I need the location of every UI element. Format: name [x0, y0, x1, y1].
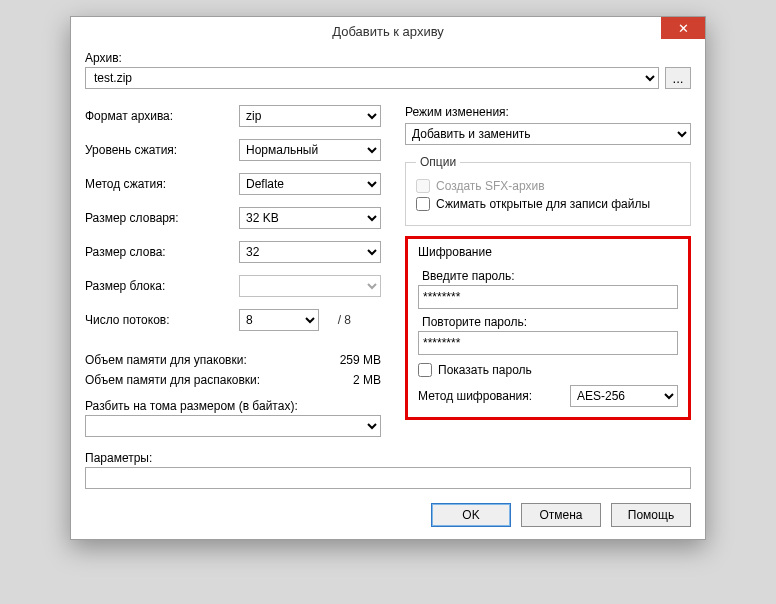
- window-title: Добавить к архиву: [71, 24, 705, 39]
- enc-method-label: Метод шифрования:: [418, 389, 560, 403]
- method-select[interactable]: Deflate: [239, 173, 381, 195]
- help-button[interactable]: Помощь: [611, 503, 691, 527]
- block-select[interactable]: [239, 275, 381, 297]
- params-label: Параметры:: [85, 451, 691, 465]
- mode-select[interactable]: Добавить и заменить: [405, 123, 691, 145]
- mem-unpack-label: Объем памяти для распаковки:: [85, 373, 321, 387]
- format-label: Формат архива:: [85, 109, 239, 123]
- dialog-window: Добавить к архиву ✕ Архив: test.zip ... …: [70, 16, 706, 540]
- shared-checkbox[interactable]: [416, 197, 430, 211]
- mem-pack-label: Объем памяти для упаковки:: [85, 353, 321, 367]
- password-repeat-input[interactable]: [418, 331, 678, 355]
- show-password-label: Показать пароль: [438, 363, 532, 377]
- shared-label: Сжимать открытые для записи файлы: [436, 197, 650, 211]
- threads-max: / 8: [319, 313, 351, 327]
- level-select[interactable]: Нормальный: [239, 139, 381, 161]
- threads-select[interactable]: 8: [239, 309, 319, 331]
- split-label: Разбить на тома размером (в байтах):: [85, 399, 381, 413]
- close-button[interactable]: ✕: [661, 17, 705, 39]
- mem-pack-value: 259 MB: [321, 353, 381, 367]
- sfx-label: Создать SFX-архив: [436, 179, 545, 193]
- browse-button[interactable]: ...: [665, 67, 691, 89]
- ok-button[interactable]: OK: [431, 503, 511, 527]
- options-legend: Опции: [416, 155, 460, 169]
- show-password-checkbox[interactable]: [418, 363, 432, 377]
- options-group: Опции Создать SFX-архив Сжимать открытые…: [405, 155, 691, 226]
- sfx-checkbox: [416, 179, 430, 193]
- block-label: Размер блока:: [85, 279, 239, 293]
- titlebar: Добавить к архиву ✕: [71, 17, 705, 45]
- mode-label: Режим изменения:: [405, 105, 691, 119]
- archive-label: Архив:: [85, 51, 691, 65]
- encryption-legend: Шифрование: [418, 239, 678, 263]
- archive-path-combo[interactable]: test.zip: [85, 67, 659, 89]
- method-label: Метод сжатия:: [85, 177, 239, 191]
- enc-method-select[interactable]: AES-256: [570, 385, 678, 407]
- threads-label: Число потоков:: [85, 313, 239, 327]
- dict-label: Размер словаря:: [85, 211, 239, 225]
- cancel-button[interactable]: Отмена: [521, 503, 601, 527]
- level-label: Уровень сжатия:: [85, 143, 239, 157]
- word-select[interactable]: 32: [239, 241, 381, 263]
- mem-unpack-value: 2 MB: [321, 373, 381, 387]
- split-combo[interactable]: [85, 415, 381, 437]
- password-input[interactable]: [418, 285, 678, 309]
- dict-select[interactable]: 32 KB: [239, 207, 381, 229]
- params-input[interactable]: [85, 467, 691, 489]
- password-repeat-label: Повторите пароль:: [422, 315, 678, 329]
- encryption-group: Шифрование Введите пароль: Повторите пар…: [405, 236, 691, 420]
- password-label: Введите пароль:: [422, 269, 678, 283]
- word-label: Размер слова:: [85, 245, 239, 259]
- format-select[interactable]: zip: [239, 105, 381, 127]
- ellipsis-icon: ...: [672, 71, 683, 86]
- close-icon: ✕: [678, 22, 689, 35]
